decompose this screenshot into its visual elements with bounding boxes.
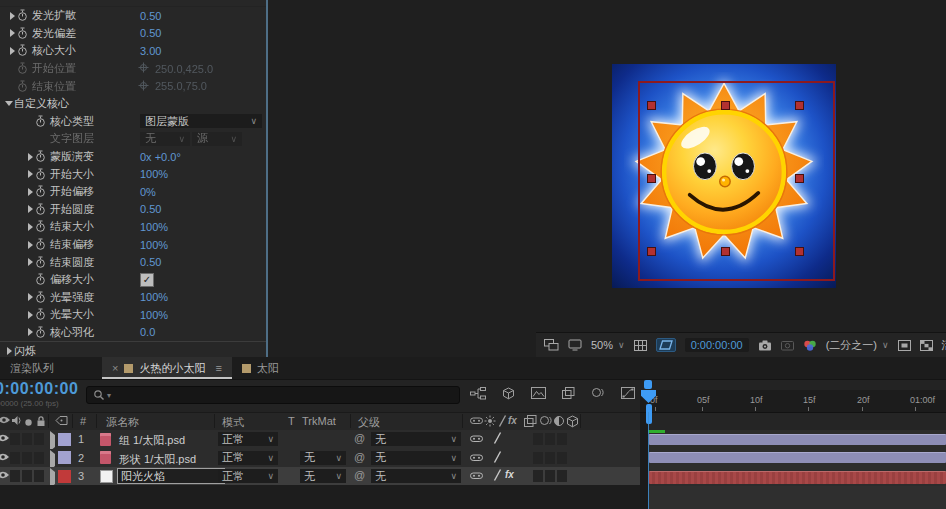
shy-switch-header-icon[interactable] bbox=[470, 415, 483, 428]
motion-blur-header-icon[interactable] bbox=[539, 415, 553, 428]
layer-label-color[interactable] bbox=[58, 451, 71, 464]
selection-handle[interactable] bbox=[647, 101, 656, 110]
layer-switch-cell[interactable] bbox=[22, 433, 32, 445]
property-value[interactable]: 0.50 bbox=[140, 256, 161, 268]
twirl-arrow-icon[interactable] bbox=[4, 347, 14, 355]
stopwatch-icon[interactable] bbox=[17, 62, 32, 75]
panel-tab-1[interactable]: 渲染队列 bbox=[0, 357, 64, 379]
close-tab-icon[interactable]: × bbox=[112, 362, 118, 374]
selection-handle[interactable] bbox=[647, 247, 656, 256]
stopwatch-icon[interactable] bbox=[35, 150, 50, 163]
twirl-arrow-icon[interactable] bbox=[25, 205, 35, 213]
graph-editor-icon[interactable] bbox=[621, 387, 635, 400]
magnification-select[interactable]: 50%∨ bbox=[591, 339, 625, 351]
fx-header-icon[interactable]: fx bbox=[508, 415, 517, 426]
layer-label-color[interactable] bbox=[58, 433, 71, 446]
property-value[interactable]: 100% bbox=[140, 239, 168, 251]
layer-shy-icon[interactable] bbox=[470, 470, 483, 483]
layer-switch-cell[interactable] bbox=[545, 452, 555, 464]
twirl-arrow-icon[interactable] bbox=[25, 188, 35, 196]
panel-tab-2[interactable]: ×火热的小太阳≡ bbox=[102, 357, 232, 379]
trkmat-select[interactable]: 无∨ bbox=[300, 451, 346, 465]
quality-header-icon[interactable] bbox=[498, 415, 507, 429]
layer-switch-cell[interactable] bbox=[22, 452, 32, 464]
parent-pickwhip-icon[interactable]: @ bbox=[354, 469, 365, 481]
stopwatch-icon[interactable] bbox=[35, 115, 50, 128]
parent-column-header[interactable]: 父级 bbox=[358, 415, 380, 430]
blend-mode-select[interactable]: 正常∨ bbox=[218, 469, 278, 483]
video-column-eye-icon[interactable] bbox=[0, 415, 11, 427]
twirl-arrow-icon[interactable] bbox=[4, 101, 14, 106]
twirl-arrow-icon[interactable] bbox=[25, 153, 35, 161]
layer-row-1[interactable]: 1组 1/太阳.psd正常∨@无∨ bbox=[0, 430, 640, 450]
stopwatch-icon[interactable] bbox=[35, 203, 50, 216]
parent-select[interactable]: 无∨ bbox=[371, 451, 461, 465]
layer-duration-bar-3[interactable] bbox=[649, 471, 946, 484]
layer-switch-cell[interactable] bbox=[34, 433, 44, 445]
stopwatch-icon[interactable] bbox=[35, 256, 50, 269]
layer-switch-cell[interactable] bbox=[557, 433, 567, 445]
stopwatch-icon[interactable] bbox=[35, 273, 50, 286]
adjustment-layer-header-icon[interactable] bbox=[553, 415, 565, 429]
property-value[interactable]: 100% bbox=[140, 221, 168, 233]
panel-tab-3[interactable]: 太阳 bbox=[232, 357, 289, 379]
layer-shy-icon[interactable] bbox=[470, 433, 483, 446]
region-of-interest-icon[interactable] bbox=[898, 340, 911, 351]
property-value[interactable]: 0.50 bbox=[140, 27, 161, 39]
layer-selection-rectangle[interactable] bbox=[638, 81, 835, 281]
index-column-header[interactable]: # bbox=[80, 415, 86, 427]
layer-switch-cell[interactable] bbox=[10, 452, 20, 464]
layer-name[interactable]: 形状 1/太阳.psd bbox=[119, 452, 196, 467]
layer-duration-bar-2[interactable] bbox=[649, 452, 946, 463]
selection-handle[interactable] bbox=[721, 101, 730, 110]
layer-switch-cell[interactable] bbox=[533, 452, 543, 464]
lock-column-icon[interactable] bbox=[36, 415, 46, 429]
layer-quality-icon[interactable] bbox=[493, 451, 502, 465]
timeline-search-input[interactable]: ▾ bbox=[86, 386, 460, 404]
selection-handle[interactable] bbox=[647, 174, 656, 183]
selection-handle[interactable] bbox=[721, 247, 730, 256]
mask-path-visibility-icon[interactable] bbox=[656, 338, 676, 352]
label-column-icon[interactable] bbox=[55, 415, 68, 428]
layer-visibility-eye-icon[interactable] bbox=[0, 470, 10, 482]
stopwatch-icon[interactable] bbox=[35, 326, 50, 339]
layer-switch-cell[interactable] bbox=[545, 433, 555, 445]
property-value[interactable]: 100% bbox=[140, 168, 168, 180]
stopwatch-icon[interactable] bbox=[17, 9, 32, 22]
position-value[interactable]: 250.0,425.0 bbox=[138, 62, 213, 75]
grid-guides-icon[interactable] bbox=[634, 340, 647, 351]
layer-shy-icon[interactable] bbox=[470, 452, 483, 465]
layer-switch-cell[interactable] bbox=[10, 433, 20, 445]
stopwatch-icon[interactable] bbox=[35, 185, 50, 198]
layer-row-2[interactable]: 2形状 1/太阳.psd正常∨无∨@无∨ bbox=[0, 449, 640, 469]
view-camera-select[interactable]: 活动摄像机∨ bbox=[942, 338, 946, 353]
property-value[interactable]: 0x +0.0° bbox=[140, 151, 181, 163]
layer-quality-icon[interactable] bbox=[493, 469, 502, 483]
property-dropdown[interactable]: 图层蒙版∨ bbox=[140, 114, 262, 128]
viewer-current-time[interactable]: 0:00:00:00 bbox=[685, 338, 749, 352]
layer-name-input[interactable]: 阳光火焰 bbox=[117, 468, 225, 484]
selection-handle[interactable] bbox=[795, 247, 804, 256]
tab-menu-icon[interactable]: ≡ bbox=[215, 362, 221, 374]
property-value[interactable]: 100% bbox=[140, 309, 168, 321]
property-value[interactable]: 0.50 bbox=[140, 10, 161, 22]
composition-canvas[interactable] bbox=[612, 64, 836, 288]
property-value[interactable]: 0.50 bbox=[140, 203, 161, 215]
twirl-arrow-icon[interactable] bbox=[25, 170, 35, 178]
layer-duration-bar-1[interactable] bbox=[649, 434, 946, 445]
twirl-arrow-icon[interactable] bbox=[25, 241, 35, 249]
solo-column-icon[interactable] bbox=[24, 417, 33, 429]
channel-settings-icon[interactable] bbox=[803, 340, 817, 351]
twirl-arrow-icon[interactable] bbox=[25, 293, 35, 301]
trkmat-select[interactable]: 无∨ bbox=[300, 469, 346, 483]
search-options-caret[interactable]: ▾ bbox=[107, 391, 111, 400]
show-snapshot-icon[interactable] bbox=[781, 340, 794, 351]
property-checkbox[interactable]: ✓ bbox=[140, 273, 154, 287]
transparency-grid-icon[interactable] bbox=[920, 340, 933, 351]
monitor-icon[interactable] bbox=[568, 339, 582, 351]
twirl-arrow-icon[interactable] bbox=[7, 12, 17, 20]
source-name-column-header[interactable]: 源名称 bbox=[106, 415, 139, 430]
layer-twirl-icon[interactable] bbox=[50, 435, 55, 447]
twirl-arrow-icon[interactable] bbox=[25, 328, 35, 336]
audio-column-icon[interactable] bbox=[11, 415, 22, 428]
